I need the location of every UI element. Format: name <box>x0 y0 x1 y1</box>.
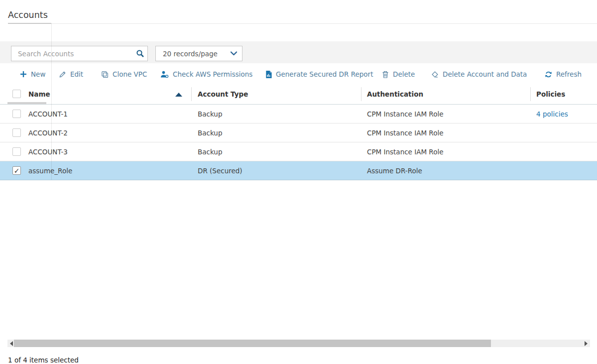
scroll-right-arrow-icon[interactable] <box>585 341 588 346</box>
plus-icon <box>20 71 27 78</box>
cell-name: ACCOUNT-2 <box>28 129 68 137</box>
sort-ascending-icon[interactable] <box>175 93 182 97</box>
user-check-icon <box>160 71 169 78</box>
column-header-account-type[interactable]: Account Type <box>198 90 248 98</box>
column-header-name[interactable]: Name <box>28 90 50 98</box>
table-row[interactable]: ACCOUNT-3BackupCPM Instance IAM Role <box>0 142 597 161</box>
row-checkbox[interactable] <box>12 110 21 118</box>
row-checkbox[interactable] <box>12 147 21 156</box>
select-all-checkbox[interactable] <box>12 90 21 98</box>
edit-button-label: Edit <box>70 70 83 78</box>
table-row[interactable]: ✓assume_RoleDR (Secured)Assume DR-Role <box>0 161 597 180</box>
clone-icon <box>101 71 109 78</box>
tab-bar-divider <box>51 23 597 24</box>
clone-vpc-button-label: Clone VPC <box>113 70 147 78</box>
generate-secured-dr-report-label: Generate Secured DR Report <box>276 70 373 78</box>
cell-name: assume_Role <box>28 167 72 175</box>
cell-account-type: Backup <box>198 110 223 118</box>
generate-secured-dr-report-button[interactable]: Generate Secured DR Report <box>265 69 373 80</box>
report-icon <box>265 71 272 78</box>
column-divider[interactable] <box>191 87 192 101</box>
delete-account-and-data-button[interactable]: Delete Account and Data <box>431 69 527 80</box>
cell-authentication: CPM Instance IAM Role <box>367 129 443 137</box>
chevron-down-icon <box>225 51 242 56</box>
eraser-icon <box>431 71 439 78</box>
search-input[interactable] <box>11 50 132 58</box>
row-checkbox[interactable] <box>12 128 21 137</box>
edit-button[interactable]: Edit <box>59 69 83 80</box>
refresh-button[interactable]: Refresh <box>545 69 582 80</box>
row-checkbox-checked[interactable]: ✓ <box>12 166 21 175</box>
cell-name: ACCOUNT-1 <box>28 110 68 118</box>
delete-button-label: Delete <box>393 70 415 78</box>
tab-accounts[interactable]: Accounts <box>8 10 48 20</box>
cell-account-type: Backup <box>198 129 223 137</box>
search-box <box>11 46 148 61</box>
scrollbar-thumb[interactable] <box>14 340 491 347</box>
delete-button[interactable]: Delete <box>382 69 415 80</box>
column-divider[interactable] <box>361 87 361 101</box>
horizontal-scrollbar[interactable] <box>7 340 590 347</box>
refresh-button-label: Refresh <box>556 70 582 78</box>
new-button[interactable]: New <box>20 69 45 80</box>
scroll-left-arrow-icon[interactable] <box>10 341 13 346</box>
refresh-icon <box>545 71 552 78</box>
pinned-column-scroll-strip <box>7 102 46 104</box>
delete-account-and-data-label: Delete Account and Data <box>443 70 527 78</box>
cell-account-type: Backup <box>198 148 223 156</box>
pencil-icon <box>59 71 66 78</box>
accounts-page: Accounts 20 records/page <box>0 0 597 364</box>
cell-authentication: CPM Instance IAM Role <box>367 110 443 118</box>
cell-authentication: Assume DR-Role <box>367 167 422 175</box>
check-aws-permissions-label: Check AWS Permissions <box>173 70 252 78</box>
controls-band: 20 records/page <box>0 41 597 63</box>
check-aws-permissions-button[interactable]: Check AWS Permissions <box>160 69 252 80</box>
table-row[interactable]: ACCOUNT-2BackupCPM Instance IAM Role <box>0 123 597 142</box>
records-per-page-value: 20 records/page <box>156 50 225 58</box>
active-tab-underline <box>8 23 51 24</box>
table-header: Name Account Type Authentication Policie… <box>0 84 597 105</box>
new-button-label: New <box>31 70 45 78</box>
toolbar: New Edit Clone VPC Check AWS Permissions… <box>0 65 597 84</box>
clone-vpc-button[interactable]: Clone VPC <box>101 69 147 80</box>
column-header-authentication[interactable]: Authentication <box>367 90 423 98</box>
cell-account-type: DR (Secured) <box>198 167 242 175</box>
trash-icon <box>382 71 389 78</box>
policies-link[interactable]: 4 policies <box>536 110 568 118</box>
column-divider[interactable] <box>530 87 531 101</box>
selection-status: 1 of 4 items selected <box>8 356 79 364</box>
search-icon[interactable] <box>132 49 147 58</box>
table-body: ACCOUNT-1BackupCPM Instance IAM Role4 po… <box>0 105 597 180</box>
records-per-page-select[interactable]: 20 records/page <box>155 46 242 61</box>
cell-authentication: CPM Instance IAM Role <box>367 148 443 156</box>
table-row[interactable]: ACCOUNT-1BackupCPM Instance IAM Role4 po… <box>0 105 597 123</box>
cell-name: ACCOUNT-3 <box>28 148 68 156</box>
column-header-policies[interactable]: Policies <box>536 90 565 98</box>
